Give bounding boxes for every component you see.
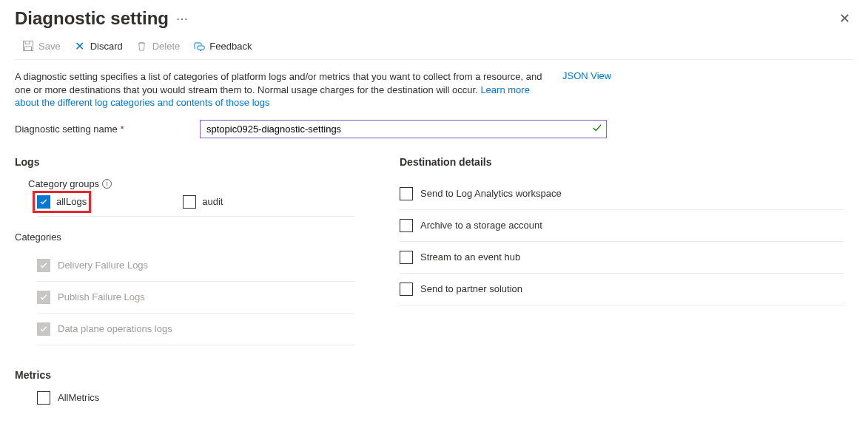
save-icon [22, 40, 34, 52]
checkbox-audit[interactable] [183, 195, 196, 209]
name-label-text: Diagnostic setting name [15, 124, 118, 135]
valid-check-icon [592, 123, 602, 135]
svg-rect-2 [25, 47, 32, 51]
save-label: Save [38, 41, 61, 52]
category-row: Data plane operations logs [37, 314, 355, 345]
audit-label: audit [202, 196, 223, 207]
delete-label: Delete [152, 41, 181, 52]
checkbox-allmetrics[interactable] [37, 391, 50, 405]
category-row: Delivery Failure Logs [37, 250, 355, 282]
categories-label: Categories [15, 231, 355, 243]
toolbar: Save ✕ Discard Delete Feedback [15, 34, 853, 60]
discard-label: Discard [90, 41, 123, 52]
checkbox-destination[interactable] [400, 251, 413, 264]
feedback-button[interactable]: Feedback [193, 40, 252, 52]
alllogs-label: allLogs [56, 196, 87, 207]
metrics-heading: Metrics [15, 369, 355, 381]
feedback-icon [193, 40, 205, 52]
destination-label: Send to partner solution [420, 283, 522, 294]
category-label: Data plane operations logs [58, 323, 172, 334]
delete-button[interactable]: Delete [136, 40, 181, 52]
close-icon[interactable]: ✕ [836, 7, 853, 30]
destination-label: Stream to an event hub [420, 251, 520, 263]
checkbox-destination[interactable] [400, 219, 413, 232]
discard-button[interactable]: ✕ Discard [74, 40, 123, 52]
destination-heading: Destination details [400, 156, 844, 168]
destination-log-analytics[interactable]: Send to Log Analytics workspace [400, 178, 844, 210]
category-label: Delivery Failure Logs [58, 260, 148, 271]
category-groups-label: Category groups [28, 178, 99, 189]
checkbox-alllogs[interactable] [37, 195, 50, 209]
checkbox-category-disabled [37, 291, 50, 304]
diagnostic-name-input[interactable] [200, 120, 607, 138]
metrics-allmetrics[interactable]: AllMetrics [37, 391, 355, 405]
required-asterisk: * [120, 124, 124, 135]
logs-heading: Logs [15, 156, 355, 168]
allmetrics-label: AllMetrics [58, 392, 99, 403]
save-button[interactable]: Save [22, 40, 61, 52]
feedback-label: Feedback [209, 41, 252, 52]
description-body: A diagnostic setting specifies a list of… [15, 71, 542, 95]
category-group-audit[interactable]: audit [183, 195, 223, 209]
discard-icon: ✕ [74, 40, 86, 52]
svg-rect-1 [25, 41, 30, 44]
json-view-link[interactable]: JSON View [562, 70, 611, 81]
category-group-alllogs[interactable]: allLogs [37, 195, 87, 209]
destination-event-hub[interactable]: Stream to an event hub [400, 242, 844, 274]
category-label: Publish Failure Logs [58, 291, 145, 302]
name-field-label: Diagnostic setting name * [15, 124, 200, 135]
destination-label: Send to Log Analytics workspace [420, 188, 562, 199]
destination-storage[interactable]: Archive to a storage account [400, 210, 844, 242]
destination-label: Archive to a storage account [420, 220, 542, 231]
checkbox-destination[interactable] [400, 283, 413, 296]
page-title: Diagnostic setting [15, 8, 169, 29]
more-menu[interactable]: ⋯ [176, 12, 189, 26]
info-icon[interactable]: i [102, 179, 112, 189]
checkbox-destination[interactable] [400, 187, 413, 200]
description-text: A diagnostic setting specifies a list of… [15, 70, 548, 109]
destination-partner[interactable]: Send to partner solution [400, 274, 844, 305]
delete-icon [136, 40, 148, 52]
checkbox-category-disabled [37, 259, 50, 272]
checkbox-category-disabled [37, 322, 50, 336]
category-row: Publish Failure Logs [37, 282, 355, 314]
